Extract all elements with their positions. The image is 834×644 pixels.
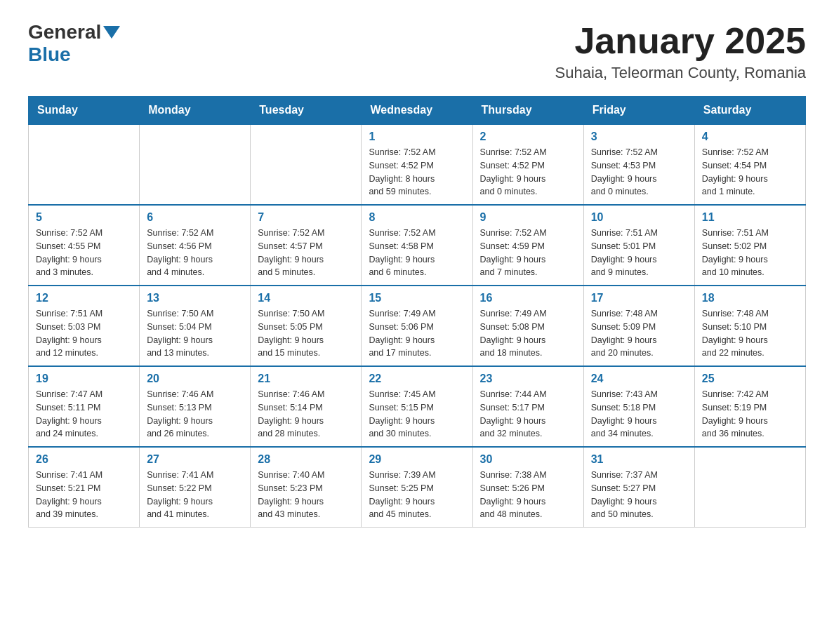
- day-info: Sunrise: 7:52 AMSunset: 4:52 PMDaylight:…: [480, 146, 576, 199]
- day-info: Sunrise: 7:52 AMSunset: 4:53 PMDaylight:…: [591, 146, 687, 199]
- day-number: 20: [147, 373, 243, 385]
- calendar-cell: 25Sunrise: 7:42 AMSunset: 5:19 PMDayligh…: [694, 366, 805, 447]
- day-info: Sunrise: 7:50 AMSunset: 5:04 PMDaylight:…: [147, 307, 243, 360]
- day-number: 25: [702, 373, 798, 385]
- day-info: Sunrise: 7:48 AMSunset: 5:09 PMDaylight:…: [591, 307, 687, 360]
- day-info: Sunrise: 7:51 AMSunset: 5:02 PMDaylight:…: [702, 227, 798, 279]
- month-title: January 2025: [555, 21, 807, 61]
- week-row-4: 19Sunrise: 7:47 AMSunset: 5:11 PMDayligh…: [29, 366, 806, 447]
- day-info: Sunrise: 7:43 AMSunset: 5:18 PMDaylight:…: [591, 388, 687, 441]
- calendar-cell: 11Sunrise: 7:51 AMSunset: 5:02 PMDayligh…: [694, 205, 805, 286]
- day-number: 14: [258, 292, 354, 304]
- day-number: 23: [480, 373, 576, 385]
- calendar-header-tuesday: Tuesday: [251, 97, 362, 125]
- day-info: Sunrise: 7:52 AMSunset: 4:58 PMDaylight:…: [369, 227, 465, 279]
- calendar-cell: 6Sunrise: 7:52 AMSunset: 4:56 PMDaylight…: [140, 205, 251, 286]
- calendar-cell: 9Sunrise: 7:52 AMSunset: 4:59 PMDaylight…: [472, 205, 583, 286]
- calendar-cell: 21Sunrise: 7:46 AMSunset: 5:14 PMDayligh…: [251, 366, 362, 447]
- day-number: 12: [36, 292, 132, 304]
- calendar-header-sunday: Sunday: [29, 97, 140, 125]
- calendar-cell: 17Sunrise: 7:48 AMSunset: 5:09 PMDayligh…: [583, 286, 694, 366]
- calendar-cell: 26Sunrise: 7:41 AMSunset: 5:21 PMDayligh…: [29, 447, 140, 528]
- calendar-cell: [140, 124, 251, 205]
- day-number: 7: [258, 211, 354, 224]
- day-info: Sunrise: 7:52 AMSunset: 4:54 PMDaylight:…: [702, 146, 798, 199]
- calendar-header-saturday: Saturday: [694, 97, 805, 125]
- calendar-cell: 23Sunrise: 7:44 AMSunset: 5:17 PMDayligh…: [472, 366, 583, 447]
- day-number: 15: [369, 292, 465, 304]
- calendar-cell: 29Sunrise: 7:39 AMSunset: 5:25 PMDayligh…: [362, 447, 472, 528]
- day-info: Sunrise: 7:50 AMSunset: 5:05 PMDaylight:…: [258, 307, 354, 360]
- day-number: 29: [369, 453, 465, 466]
- day-number: 9: [480, 211, 576, 224]
- day-number: 26: [36, 453, 132, 466]
- day-info: Sunrise: 7:47 AMSunset: 5:11 PMDaylight:…: [36, 388, 132, 441]
- week-row-2: 5Sunrise: 7:52 AMSunset: 4:55 PMDaylight…: [29, 205, 806, 286]
- day-info: Sunrise: 7:49 AMSunset: 5:08 PMDaylight:…: [480, 307, 576, 360]
- calendar-cell: 20Sunrise: 7:46 AMSunset: 5:13 PMDayligh…: [140, 366, 251, 447]
- day-number: 21: [258, 373, 354, 385]
- calendar-cell: 3Sunrise: 7:52 AMSunset: 4:53 PMDaylight…: [583, 124, 694, 205]
- logo-general-text: General: [28, 21, 101, 43]
- day-info: Sunrise: 7:51 AMSunset: 5:03 PMDaylight:…: [36, 307, 132, 360]
- day-number: 22: [369, 373, 465, 385]
- day-number: 19: [36, 373, 132, 385]
- logo: General Blue: [28, 21, 122, 66]
- calendar-cell: 1Sunrise: 7:52 AMSunset: 4:52 PMDaylight…: [362, 124, 472, 205]
- day-number: 10: [591, 211, 687, 224]
- location-title: Suhaia, Teleorman County, Romania: [555, 64, 807, 82]
- day-number: 11: [702, 211, 798, 224]
- day-info: Sunrise: 7:39 AMSunset: 5:25 PMDaylight:…: [369, 469, 465, 521]
- day-info: Sunrise: 7:52 AMSunset: 4:55 PMDaylight:…: [36, 227, 132, 279]
- day-number: 4: [702, 130, 798, 143]
- calendar-cell: 19Sunrise: 7:47 AMSunset: 5:11 PMDayligh…: [29, 366, 140, 447]
- calendar-cell: 28Sunrise: 7:40 AMSunset: 5:23 PMDayligh…: [251, 447, 362, 528]
- calendar-cell: 12Sunrise: 7:51 AMSunset: 5:03 PMDayligh…: [29, 286, 140, 366]
- calendar-cell: 15Sunrise: 7:49 AMSunset: 5:06 PMDayligh…: [362, 286, 472, 366]
- week-row-1: 1Sunrise: 7:52 AMSunset: 4:52 PMDaylight…: [29, 124, 806, 205]
- day-info: Sunrise: 7:52 AMSunset: 4:56 PMDaylight:…: [147, 227, 243, 279]
- calendar-cell: 8Sunrise: 7:52 AMSunset: 4:58 PMDaylight…: [362, 205, 472, 286]
- calendar-cell: 24Sunrise: 7:43 AMSunset: 5:18 PMDayligh…: [583, 366, 694, 447]
- calendar-header-monday: Monday: [140, 97, 251, 125]
- calendar-cell: 30Sunrise: 7:38 AMSunset: 5:26 PMDayligh…: [472, 447, 583, 528]
- day-number: 13: [147, 292, 243, 304]
- day-number: 3: [591, 130, 687, 143]
- day-info: Sunrise: 7:42 AMSunset: 5:19 PMDaylight:…: [702, 388, 798, 441]
- calendar-cell: 27Sunrise: 7:41 AMSunset: 5:22 PMDayligh…: [140, 447, 251, 528]
- day-number: 31: [591, 453, 687, 466]
- day-number: 5: [36, 211, 132, 224]
- calendar-cell: 4Sunrise: 7:52 AMSunset: 4:54 PMDaylight…: [694, 124, 805, 205]
- day-info: Sunrise: 7:41 AMSunset: 5:21 PMDaylight:…: [36, 469, 132, 521]
- page-header: General Blue January 2025 Suhaia, Teleor…: [28, 21, 806, 82]
- calendar-header-wednesday: Wednesday: [362, 97, 472, 125]
- day-number: 6: [147, 211, 243, 224]
- calendar-cell: 14Sunrise: 7:50 AMSunset: 5:05 PMDayligh…: [251, 286, 362, 366]
- calendar-table: SundayMondayTuesdayWednesdayThursdayFrid…: [28, 96, 806, 528]
- day-number: 16: [480, 292, 576, 304]
- day-info: Sunrise: 7:49 AMSunset: 5:06 PMDaylight:…: [369, 307, 465, 360]
- calendar-cell: [251, 124, 362, 205]
- day-info: Sunrise: 7:46 AMSunset: 5:14 PMDaylight:…: [258, 388, 354, 441]
- day-info: Sunrise: 7:52 AMSunset: 4:59 PMDaylight:…: [480, 227, 576, 279]
- day-info: Sunrise: 7:45 AMSunset: 5:15 PMDaylight:…: [369, 388, 465, 441]
- day-number: 8: [369, 211, 465, 224]
- title-block: January 2025 Suhaia, Teleorman County, R…: [555, 21, 807, 82]
- calendar-cell: 7Sunrise: 7:52 AMSunset: 4:57 PMDaylight…: [251, 205, 362, 286]
- calendar-header-row: SundayMondayTuesdayWednesdayThursdayFrid…: [29, 97, 806, 125]
- day-info: Sunrise: 7:37 AMSunset: 5:27 PMDaylight:…: [591, 469, 687, 521]
- day-number: 17: [591, 292, 687, 304]
- calendar-cell: 13Sunrise: 7:50 AMSunset: 5:04 PMDayligh…: [140, 286, 251, 366]
- day-info: Sunrise: 7:40 AMSunset: 5:23 PMDaylight:…: [258, 469, 354, 521]
- calendar-header-friday: Friday: [583, 97, 694, 125]
- day-info: Sunrise: 7:51 AMSunset: 5:01 PMDaylight:…: [591, 227, 687, 279]
- day-number: 2: [480, 130, 576, 143]
- day-number: 28: [258, 453, 354, 466]
- day-info: Sunrise: 7:38 AMSunset: 5:26 PMDaylight:…: [480, 469, 576, 521]
- calendar-cell: 2Sunrise: 7:52 AMSunset: 4:52 PMDaylight…: [472, 124, 583, 205]
- calendar-header-thursday: Thursday: [472, 97, 583, 125]
- week-row-3: 12Sunrise: 7:51 AMSunset: 5:03 PMDayligh…: [29, 286, 806, 366]
- day-number: 1: [369, 130, 465, 143]
- day-info: Sunrise: 7:46 AMSunset: 5:13 PMDaylight:…: [147, 388, 243, 441]
- logo-blue-text: Blue: [28, 43, 71, 65]
